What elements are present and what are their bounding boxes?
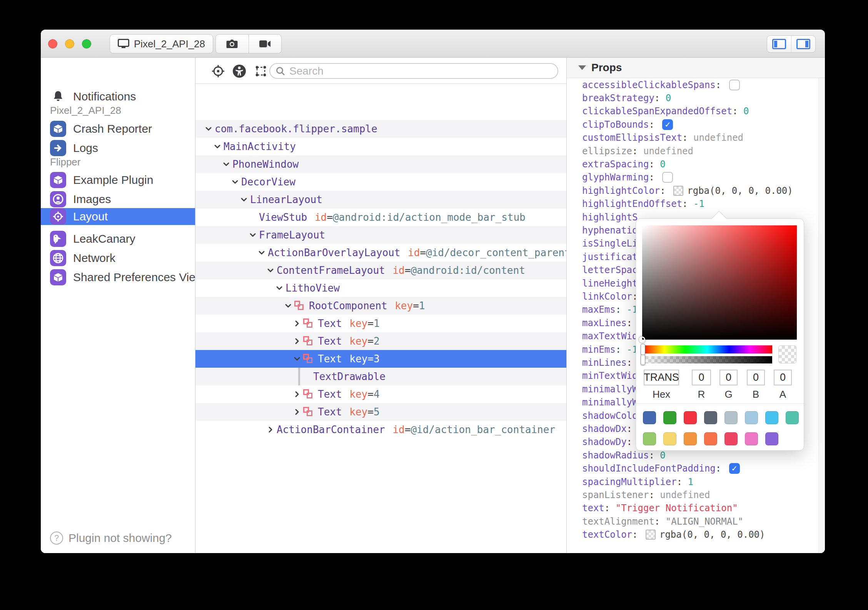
- zoom-button[interactable]: [82, 39, 91, 48]
- saturation-thumb[interactable]: [639, 337, 645, 343]
- green-input[interactable]: 0: [719, 370, 738, 385]
- minimize-button[interactable]: [65, 39, 74, 48]
- screenshot-button[interactable]: [216, 35, 249, 53]
- preset-color-swatch[interactable]: [684, 411, 697, 424]
- green-label: G: [719, 388, 738, 400]
- select-frame-icon[interactable]: [254, 64, 268, 78]
- prop-checkbox[interactable]: ✓: [729, 463, 740, 474]
- chevron-down-icon[interactable]: [284, 301, 293, 310]
- alpha-thumb[interactable]: [641, 355, 645, 365]
- chevron-down-icon[interactable]: [266, 266, 275, 275]
- accessibility-icon[interactable]: [232, 64, 246, 78]
- chevron-down-icon[interactable]: [230, 177, 240, 187]
- sidebar-item-images[interactable]: Images: [41, 190, 195, 209]
- chevron-down-icon[interactable]: [248, 230, 257, 240]
- red-input[interactable]: 0: [692, 370, 711, 385]
- preset-color-swatch[interactable]: [663, 411, 676, 424]
- swatch-row-1: [643, 411, 799, 424]
- chevron-down-icon[interactable]: [257, 248, 266, 257]
- node-name: Text: [318, 388, 342, 400]
- tree-node-phonewindow[interactable]: PhoneWindow: [195, 155, 566, 173]
- tree-node-text[interactable]: Text key=3: [195, 350, 566, 368]
- plugin-sidebar: ? Plugin not showing? NotificationsPixel…: [41, 58, 195, 553]
- tree-node-mainactivity[interactable]: MainActivity: [195, 138, 566, 155]
- props-header[interactable]: Props: [567, 58, 825, 78]
- toggle-right-panel-button[interactable]: [791, 36, 815, 52]
- tree-node-decorview[interactable]: DecorView: [195, 173, 566, 191]
- hex-input[interactable]: TRANS: [644, 370, 679, 385]
- preset-color-swatch[interactable]: [724, 411, 738, 424]
- preset-color-swatch[interactable]: [663, 432, 676, 445]
- target-icon[interactable]: [211, 64, 225, 78]
- sidebar-item-logs[interactable]: Logs: [41, 138, 195, 158]
- tree-node-text[interactable]: Text key=4: [195, 385, 566, 403]
- props-scrollbar[interactable]: [818, 78, 825, 553]
- preset-color-swatch[interactable]: [765, 432, 778, 445]
- hue-thumb[interactable]: [641, 344, 645, 355]
- close-button[interactable]: [48, 39, 57, 48]
- chevron-right-icon[interactable]: [292, 337, 302, 346]
- cube-icon: [50, 121, 66, 137]
- hue-slider[interactable]: [642, 345, 772, 353]
- prop-checkbox[interactable]: ✓: [662, 119, 673, 130]
- tree-node-textdrawable[interactable]: TextDrawable: [195, 368, 566, 385]
- device-selector-button[interactable]: Pixel_2_API_28: [110, 34, 213, 53]
- sidebar-item-leakcanary[interactable]: LeakCanary: [41, 229, 195, 248]
- tree-node-actionbarcontainer[interactable]: ActionBarContainer id=@id/action_bar_con…: [195, 421, 566, 438]
- node-attr-key: key: [349, 406, 367, 418]
- search-input[interactable]: Search: [269, 63, 558, 79]
- tree-node-rootcomponent[interactable]: RootComponent key=1: [195, 297, 566, 315]
- sidebar-item-example-plugin[interactable]: Example Plugin: [41, 170, 195, 190]
- preset-color-swatch[interactable]: [704, 432, 717, 445]
- record-video-button[interactable]: [249, 35, 282, 53]
- chevron-down-icon[interactable]: [292, 354, 302, 363]
- tree-node-text[interactable]: Text key=5: [195, 403, 566, 421]
- sidebar-item-layout[interactable]: Layout: [41, 208, 195, 225]
- sidebar-item-notifications[interactable]: Notifications: [41, 87, 195, 106]
- tree-node-linearlayout[interactable]: LinearLayout: [195, 191, 566, 208]
- chevron-down-icon[interactable]: [222, 160, 231, 169]
- color-swatch[interactable]: [673, 186, 683, 196]
- prop-checkbox[interactable]: [662, 172, 673, 183]
- toggle-left-panel-button[interactable]: [767, 36, 791, 52]
- alpha-slider[interactable]: [642, 356, 772, 363]
- preset-color-swatch[interactable]: [643, 411, 656, 424]
- sidebar-item-crash-reporter[interactable]: Crash Reporter: [41, 119, 195, 138]
- tree-node-actionbaroverlaylayout[interactable]: ActionBarOverlayLayout id=@id/decor_cont…: [195, 244, 566, 262]
- chevron-down-icon[interactable]: [275, 283, 284, 293]
- prop-checkbox[interactable]: [729, 80, 740, 90]
- tree-node-contentframelayout[interactable]: ContentFrameLayout id=@android:id/conten…: [195, 262, 566, 279]
- sidebar-item-network[interactable]: Network: [41, 248, 195, 268]
- tree-node-framelayout[interactable]: FrameLayout: [195, 226, 566, 244]
- chevron-down-icon[interactable]: [239, 195, 249, 204]
- node-name: Text: [318, 318, 342, 329]
- blue-input[interactable]: 0: [747, 370, 765, 385]
- element-tree: com.facebook.flipper.sampleMainActivityP…: [195, 84, 566, 553]
- chevron-right-icon[interactable]: [292, 319, 302, 328]
- saturation-area[interactable]: [642, 225, 797, 340]
- tree-node-text[interactable]: Text key=2: [195, 332, 566, 350]
- tree-node-text[interactable]: Text key=1: [195, 315, 566, 332]
- preset-color-swatch[interactable]: [765, 411, 778, 424]
- tree-node-viewstub[interactable]: ViewStub id=@android:id/action_mode_bar_…: [195, 208, 566, 226]
- chevron-right-icon[interactable]: [266, 425, 275, 434]
- sidebar-item-shared-preferences-viewer[interactable]: Shared Preferences Viewer: [41, 268, 195, 287]
- tree-node-com-facebook-flipper-sample[interactable]: com.facebook.flipper.sample: [195, 120, 566, 138]
- preset-color-swatch[interactable]: [786, 411, 799, 424]
- chevron-down-icon[interactable]: [204, 124, 213, 133]
- litho-component-icon: [303, 318, 313, 328]
- preset-color-swatch[interactable]: [684, 432, 697, 445]
- tree-node-lithoview[interactable]: LithoView: [195, 279, 566, 297]
- preset-color-swatch[interactable]: [745, 432, 758, 445]
- chevron-right-icon[interactable]: [292, 390, 302, 399]
- color-swatch[interactable]: [646, 530, 656, 540]
- preset-color-swatch[interactable]: [704, 411, 717, 424]
- preset-color-swatch[interactable]: [724, 432, 738, 445]
- plugin-not-showing-link[interactable]: ? Plugin not showing?: [50, 532, 172, 545]
- cube-icon: [50, 172, 66, 188]
- chevron-right-icon[interactable]: [292, 407, 302, 417]
- chevron-down-icon[interactable]: [213, 142, 222, 151]
- preset-color-swatch[interactable]: [745, 411, 758, 424]
- alpha-input[interactable]: 0: [774, 370, 792, 385]
- preset-color-swatch[interactable]: [643, 432, 656, 445]
